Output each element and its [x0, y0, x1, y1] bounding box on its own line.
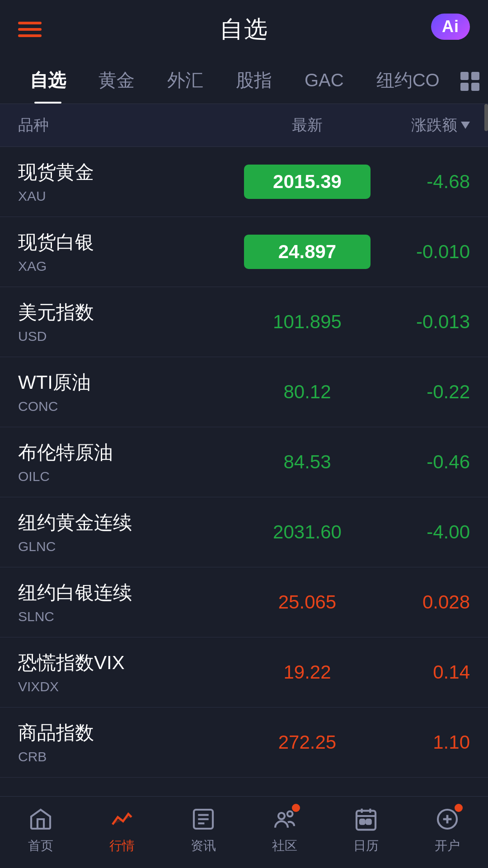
table-row[interactable]: 商品指数 CRB 272.25 1.10 — [0, 708, 488, 778]
svg-point-5 — [287, 811, 293, 817]
nav-item-home[interactable]: 首页 — [0, 806, 81, 854]
sort-icon[interactable] — [461, 122, 470, 129]
page-title: 自选 — [220, 14, 268, 45]
row-name-zh: 纽约白银连续 — [18, 580, 244, 605]
row-name-zh: 美元指数 — [18, 300, 244, 325]
table-body: 现货黄金 XAU 2015.39 -4.68 现货白银 XAG 24.897 -… — [0, 147, 488, 843]
row-info: 纽约黄金连续 GLNC — [18, 510, 244, 554]
row-name-en: OILC — [18, 469, 244, 484]
row-change: -0.46 — [371, 451, 470, 473]
row-latest: 2031.60 — [244, 521, 371, 543]
table-row[interactable]: 现货黄金 XAU 2015.39 -4.68 — [0, 147, 488, 217]
col-name-header: 品种 — [18, 115, 244, 136]
row-name-en: GLNC — [18, 539, 244, 554]
col-latest-header: 最新 — [244, 115, 371, 136]
row-latest: 24.897 — [244, 235, 371, 269]
row-name-en: CONC — [18, 399, 244, 414]
row-name-zh: 商品指数 — [18, 720, 244, 745]
nav-tabs: 自选 黄金 外汇 股指 GAC 纽约CO — [0, 54, 488, 104]
row-info: 纽约白银连续 SLNC — [18, 580, 244, 624]
row-change: -4.00 — [371, 521, 470, 543]
table-row[interactable]: 恐慌指数VIX VIXDX 19.22 0.14 — [0, 637, 488, 708]
row-name-zh: WTI原油 — [18, 370, 244, 395]
table-row[interactable]: WTI原油 CONC 80.12 -0.22 — [0, 357, 488, 427]
account-icon — [434, 806, 461, 833]
news-icon — [190, 806, 217, 833]
table-row[interactable]: 纽约黄金连续 GLNC 2031.60 -4.00 — [0, 497, 488, 567]
svg-rect-11 — [367, 820, 370, 823]
community-badge — [292, 804, 300, 812]
row-change: -0.22 — [371, 381, 470, 403]
ai-badge[interactable]: Ai — [431, 14, 470, 40]
tab-gac[interactable]: GAC — [288, 61, 360, 101]
menu-button[interactable] — [18, 22, 42, 37]
table-row[interactable]: 美元指数 USD 101.895 -0.013 — [0, 287, 488, 357]
row-info: 商品指数 CRB — [18, 720, 244, 764]
row-name-en: SLNC — [18, 609, 244, 624]
table-row[interactable]: 布伦特原油 OILC 84.53 -0.46 — [0, 427, 488, 497]
row-latest: 19.22 — [244, 661, 371, 683]
bottom-nav: 首页 行情 资讯 — [0, 796, 488, 868]
tab-niuyueco[interactable]: 纽约CO — [360, 59, 456, 104]
row-latest: 80.12 — [244, 381, 371, 403]
row-info: 现货白银 XAG — [18, 230, 244, 274]
row-name-en: VIXDX — [18, 679, 244, 694]
table-row[interactable]: 纽约白银连续 SLNC 25.065 0.028 — [0, 567, 488, 637]
row-name-zh: 现货黄金 — [18, 160, 244, 185]
row-latest: 101.895 — [244, 311, 371, 333]
row-latest: 272.25 — [244, 731, 371, 753]
row-change: 0.14 — [371, 661, 470, 683]
account-badge — [455, 804, 463, 812]
row-name-en: CRB — [18, 749, 244, 764]
row-name-zh: 布伦特原油 — [18, 440, 244, 465]
nav-item-account[interactable]: 开户 — [407, 806, 488, 854]
row-change: -4.68 — [371, 171, 470, 193]
row-name-en: USD — [18, 329, 244, 344]
tab-waihui[interactable]: 外汇 — [151, 59, 220, 104]
nav-item-calendar[interactable]: 日历 — [325, 806, 407, 854]
row-change: 1.10 — [371, 731, 470, 753]
row-name-zh: 恐慌指数VIX — [18, 650, 244, 675]
community-label: 社区 — [272, 837, 297, 854]
calendar-icon — [352, 806, 380, 833]
header: 自选 Ai — [0, 0, 488, 54]
news-label: 资讯 — [191, 837, 216, 854]
svg-point-4 — [278, 813, 285, 819]
grid-view-button[interactable] — [456, 67, 484, 95]
row-latest: 84.53 — [244, 451, 371, 473]
calendar-label: 日历 — [353, 837, 379, 854]
market-label: 行情 — [109, 837, 135, 854]
nav-item-news[interactable]: 资讯 — [163, 806, 244, 854]
account-label: 开户 — [435, 837, 460, 854]
row-latest: 25.065 — [244, 591, 371, 613]
row-info: WTI原油 CONC — [18, 370, 244, 414]
nav-item-community[interactable]: 社区 — [244, 806, 325, 854]
table-header: 品种 最新 涨跌额 — [0, 104, 488, 147]
row-change: -0.010 — [371, 241, 470, 263]
tab-guzhi[interactable]: 股指 — [220, 59, 288, 104]
row-name-en: XAG — [18, 259, 244, 274]
tab-huangjin[interactable]: 黄金 — [82, 59, 151, 104]
row-name-zh: 现货白银 — [18, 230, 244, 255]
table-row[interactable]: 现货白银 XAG 24.897 -0.010 — [0, 217, 488, 287]
row-info: 美元指数 USD — [18, 300, 244, 344]
row-info: 恐慌指数VIX VIXDX — [18, 650, 244, 694]
svg-rect-10 — [361, 820, 364, 823]
nav-item-market[interactable]: 行情 — [81, 806, 163, 854]
row-change: 0.028 — [371, 591, 470, 613]
scrollbar[interactable] — [484, 104, 488, 131]
row-name-en: XAU — [18, 189, 244, 204]
row-latest: 2015.39 — [244, 165, 371, 199]
community-icon — [271, 806, 298, 833]
row-change: -0.013 — [371, 311, 470, 333]
tab-zixuan[interactable]: 自选 — [14, 59, 82, 104]
col-change-header: 涨跌额 — [371, 115, 470, 136]
home-icon — [27, 806, 54, 833]
home-label: 首页 — [28, 837, 53, 854]
chart-icon — [108, 806, 136, 833]
row-info: 布伦特原油 OILC — [18, 440, 244, 484]
row-name-zh: 纽约黄金连续 — [18, 510, 244, 535]
row-info: 现货黄金 XAU — [18, 160, 244, 204]
